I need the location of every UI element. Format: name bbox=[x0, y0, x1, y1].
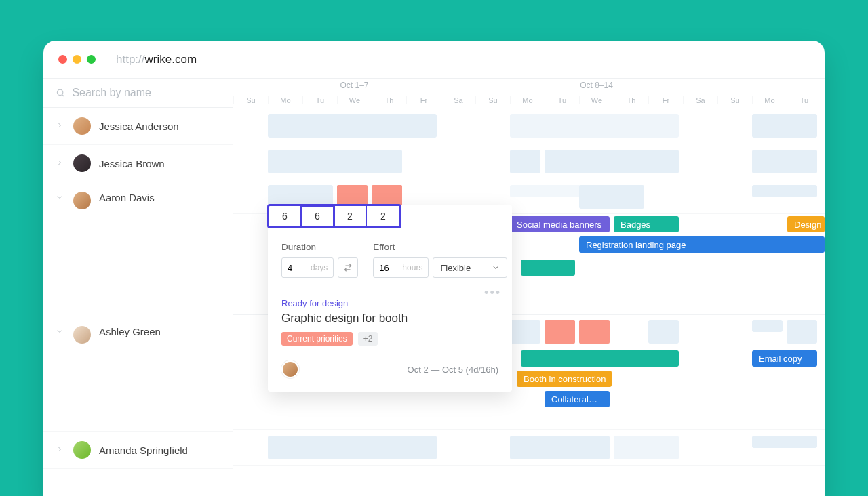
task-bar[interactable] bbox=[521, 260, 575, 276]
status-label[interactable]: Ready for design bbox=[281, 298, 498, 308]
task-bar-badges[interactable]: Badges bbox=[614, 216, 679, 232]
titlebar: http://wrike.com bbox=[43, 41, 825, 79]
duration-unit: days bbox=[311, 263, 333, 272]
effort-field[interactable] bbox=[374, 263, 402, 273]
day-label: Sa bbox=[683, 96, 717, 104]
workload-block[interactable] bbox=[752, 320, 783, 332]
duration-field[interactable] bbox=[282, 263, 311, 273]
workload-block-over[interactable] bbox=[545, 320, 575, 344]
workload-block[interactable] bbox=[268, 150, 402, 173]
person-row-jessica-brown[interactable]: Jessica Brown bbox=[43, 145, 233, 182]
day-label: We bbox=[337, 96, 372, 104]
maximize-icon[interactable] bbox=[87, 55, 96, 64]
person-row-aaron-davis[interactable]: Aaron Davis bbox=[43, 182, 233, 316]
more-icon[interactable]: ••• bbox=[484, 286, 501, 300]
day-label: Sa bbox=[441, 96, 475, 104]
effort-cell[interactable]: 6 bbox=[302, 206, 334, 226]
duration-input[interactable]: days bbox=[281, 257, 334, 278]
workload-block[interactable] bbox=[752, 114, 817, 138]
day-label: Fr bbox=[648, 96, 683, 104]
task-bar-collateral[interactable]: Collateral… bbox=[545, 391, 610, 407]
task-bar-social-banners[interactable]: Social media banners bbox=[510, 216, 610, 232]
day-label: Su bbox=[233, 96, 268, 104]
effort-label: Effort bbox=[373, 242, 507, 252]
swap-icon[interactable] bbox=[338, 257, 358, 278]
chevron-down-icon bbox=[56, 192, 65, 204]
task-label: Email copy bbox=[759, 354, 802, 364]
workload-block[interactable] bbox=[510, 320, 540, 344]
chevron-right-icon bbox=[56, 444, 65, 456]
workload-block[interactable] bbox=[752, 436, 817, 448]
minimize-icon[interactable] bbox=[73, 55, 81, 64]
avatar bbox=[73, 326, 91, 344]
search-icon bbox=[56, 87, 65, 98]
day-label: Tu bbox=[545, 96, 579, 104]
workload-block[interactable] bbox=[787, 320, 817, 344]
close-icon[interactable] bbox=[58, 55, 67, 64]
sidebar: Jessica Anderson Jessica Brown Aaron Dav… bbox=[43, 79, 233, 496]
avatar bbox=[73, 441, 91, 459]
workload-block[interactable] bbox=[752, 150, 817, 173]
workload-block[interactable] bbox=[510, 114, 679, 138]
task-label: Design bbox=[794, 220, 821, 230]
workload-block-over[interactable] bbox=[579, 320, 610, 344]
avatar bbox=[73, 154, 91, 172]
calendar-row bbox=[233, 412, 825, 430]
person-name: Jessica Anderson bbox=[99, 121, 179, 132]
task-bar-booth-construction[interactable]: Booth in construction bbox=[517, 371, 612, 387]
day-label: Mo bbox=[510, 96, 545, 104]
calendar-row: Collateral… bbox=[233, 389, 825, 412]
task-label: Registration landing page bbox=[586, 240, 686, 250]
avatar bbox=[73, 117, 91, 135]
app-window: http://wrike.com Jessica Anderson bbox=[43, 41, 825, 496]
calendar-row bbox=[233, 430, 825, 466]
search-row bbox=[43, 79, 233, 108]
task-bar-design[interactable]: Design bbox=[787, 216, 825, 232]
url-protocol: http:// bbox=[116, 53, 145, 66]
person-name: Aaron Davis bbox=[99, 192, 155, 203]
task-label: Collateral… bbox=[551, 394, 597, 405]
workload-block[interactable] bbox=[268, 114, 437, 138]
chevron-right-icon bbox=[56, 120, 65, 132]
date-range: Oct 2 — Oct 5 (4d/16h) bbox=[408, 365, 498, 375]
workload-block[interactable] bbox=[752, 185, 817, 197]
workload-block[interactable] bbox=[545, 150, 679, 173]
task-bar-email-copy[interactable]: Email copy bbox=[752, 350, 817, 367]
chevron-right-icon bbox=[56, 157, 65, 169]
workload-block[interactable] bbox=[510, 436, 610, 459]
workload-block[interactable] bbox=[510, 150, 540, 173]
week-label: Oct 1–7 bbox=[233, 81, 475, 90]
task-label: Social media banners bbox=[517, 220, 601, 230]
effort-cell[interactable]: 2 bbox=[367, 206, 399, 226]
window-controls bbox=[58, 55, 96, 64]
effort-mode-select[interactable]: Flexible bbox=[433, 257, 507, 278]
task-bar-registration-page[interactable]: Registration landing page bbox=[579, 236, 825, 253]
select-value: Flexible bbox=[440, 263, 471, 273]
tag-more-chip[interactable]: +2 bbox=[358, 332, 378, 346]
calendar-header: Oct 1–7 Oct 8–14 SuMoTuWeThFrSaSuMoTuWeT… bbox=[233, 79, 825, 108]
effort-grid[interactable]: 6 6 2 2 bbox=[267, 204, 401, 228]
assignee-avatar[interactable] bbox=[281, 360, 299, 378]
person-row-jessica-anderson[interactable]: Jessica Anderson bbox=[43, 108, 233, 145]
task-bar[interactable] bbox=[521, 350, 679, 367]
calendar-row bbox=[233, 144, 825, 180]
chevron-down-icon bbox=[492, 264, 500, 272]
effort-cell[interactable]: 2 bbox=[334, 206, 367, 226]
workload-block[interactable] bbox=[614, 436, 679, 459]
day-label: Su bbox=[717, 96, 752, 104]
effort-cell[interactable]: 6 bbox=[269, 206, 302, 226]
person-row-amanda-springfield[interactable]: Amanda Springfield bbox=[43, 432, 233, 469]
person-name: Amanda Springfield bbox=[99, 445, 188, 456]
tag-chip[interactable]: Current priorities bbox=[281, 332, 353, 346]
workload-block[interactable] bbox=[268, 436, 437, 459]
effort-input[interactable]: hours bbox=[373, 257, 429, 278]
person-name: Jessica Brown bbox=[99, 158, 165, 169]
person-row-ashley-green[interactable]: Ashley Green bbox=[43, 316, 233, 432]
workload-block[interactable] bbox=[648, 320, 679, 344]
workload-block[interactable] bbox=[579, 185, 644, 209]
task-label: Booth in construction bbox=[524, 374, 606, 384]
search-input[interactable] bbox=[72, 87, 220, 99]
svg-line-1 bbox=[62, 95, 64, 97]
day-label: Tu bbox=[302, 96, 337, 104]
workload-block[interactable] bbox=[372, 114, 402, 138]
